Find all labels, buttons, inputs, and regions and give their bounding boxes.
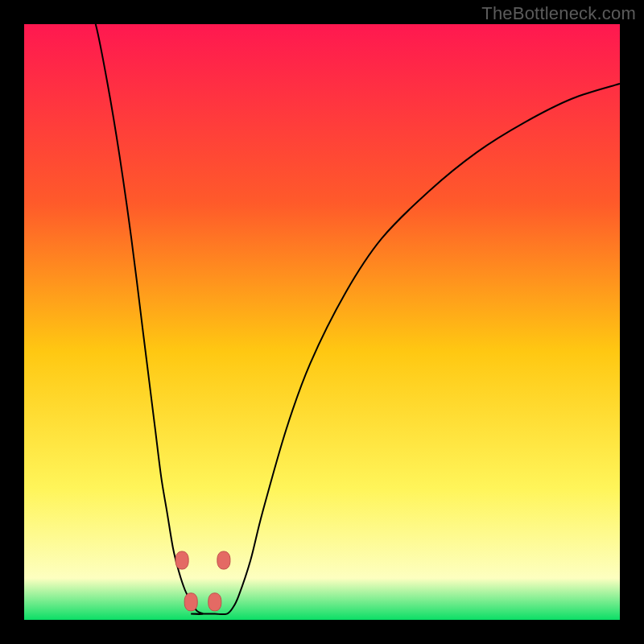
watermark-text: TheBottleneck.com xyxy=(481,3,636,24)
curve-marker xyxy=(184,593,197,611)
curve-marker xyxy=(208,593,221,611)
curve-marker xyxy=(175,551,188,569)
bottleneck-chart xyxy=(24,24,620,620)
curve-marker xyxy=(217,551,230,569)
chart-frame: TheBottleneck.com xyxy=(0,0,644,644)
